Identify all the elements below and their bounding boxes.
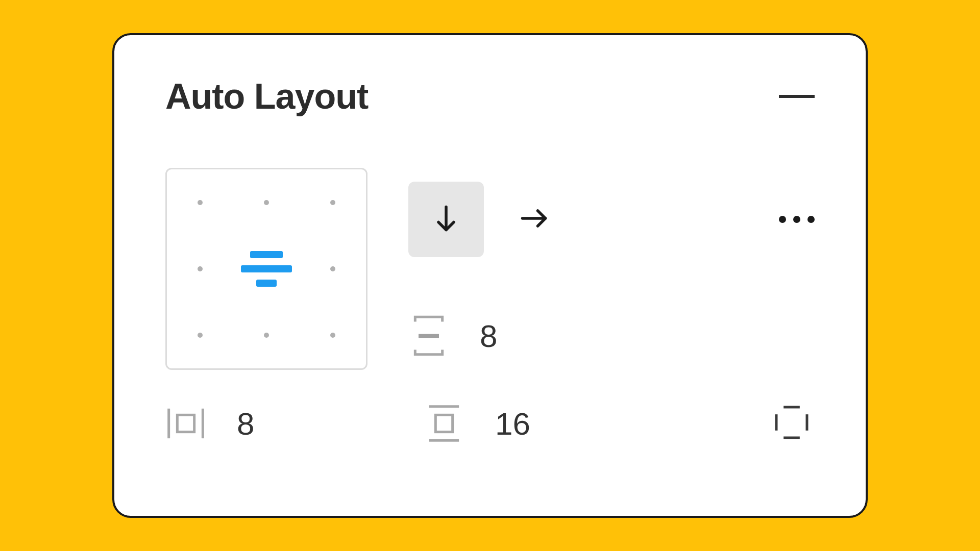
- direction-vertical-button[interactable]: [408, 182, 484, 257]
- arrow-right-icon: [519, 203, 549, 236]
- align-bottom-center[interactable]: [233, 302, 300, 368]
- align-dot-icon: [198, 266, 203, 271]
- align-dot-icon: [264, 333, 269, 338]
- collapse-icon[interactable]: [779, 95, 815, 98]
- align-top-center[interactable]: [233, 169, 300, 236]
- panel-title: Auto Layout: [165, 76, 368, 117]
- panel-header: Auto Layout: [165, 76, 815, 117]
- auto-layout-panel: Auto Layout: [112, 33, 868, 518]
- svg-rect-7: [435, 415, 452, 432]
- independent-padding-icon: [771, 402, 812, 445]
- align-top-left[interactable]: [167, 169, 233, 236]
- align-middle-right[interactable]: [300, 236, 366, 302]
- independent-padding-button[interactable]: [769, 400, 815, 446]
- svg-rect-4: [177, 415, 194, 432]
- more-icon: [793, 216, 800, 223]
- svg-rect-2: [419, 334, 439, 338]
- item-spacing-field[interactable]: 8: [408, 315, 572, 356]
- horizontal-padding-icon: [165, 403, 206, 444]
- direction-toggle-group: [408, 182, 572, 257]
- horizontal-padding-value: 8: [237, 406, 254, 442]
- vertical-padding-field[interactable]: 16: [424, 403, 530, 444]
- item-spacing-value: 8: [480, 318, 497, 354]
- panel-body: 8 8 16: [165, 168, 815, 446]
- align-middle-center[interactable]: [233, 236, 300, 302]
- more-icon: [807, 216, 815, 223]
- align-top-right[interactable]: [300, 169, 366, 236]
- align-dot-icon: [198, 200, 203, 205]
- align-middle-left[interactable]: [167, 236, 233, 302]
- vertical-padding-icon: [424, 403, 464, 444]
- align-dot-icon: [330, 200, 335, 205]
- align-dot-icon: [330, 333, 335, 338]
- align-bottom-right[interactable]: [300, 302, 366, 368]
- align-dot-icon: [198, 333, 203, 338]
- horizontal-padding-field[interactable]: 8: [165, 403, 408, 444]
- more-icon: [779, 216, 786, 223]
- align-active-indicator-icon: [241, 251, 292, 287]
- align-dot-icon: [264, 200, 269, 205]
- align-dot-icon: [330, 266, 335, 271]
- alignment-picker[interactable]: [165, 168, 368, 370]
- more-options-button[interactable]: [779, 216, 815, 223]
- arrow-down-icon: [431, 203, 461, 236]
- direction-horizontal-button[interactable]: [496, 182, 572, 257]
- item-spacing-icon: [408, 315, 449, 356]
- vertical-padding-value: 16: [495, 406, 530, 442]
- align-bottom-left[interactable]: [167, 302, 233, 368]
